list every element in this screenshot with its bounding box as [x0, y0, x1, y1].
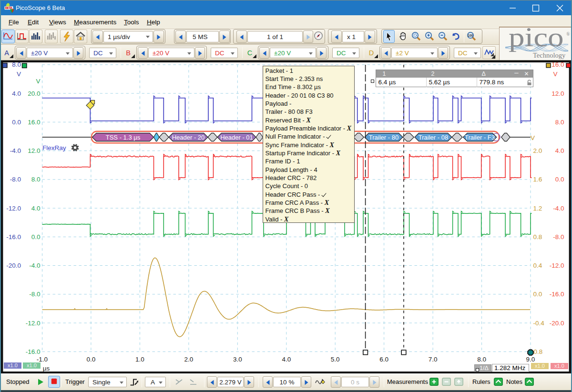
svg-text:-16.0: -16.0	[550, 291, 564, 298]
svg-text:0.0: 0.0	[31, 233, 41, 241]
svg-text:0.0: 0.0	[87, 356, 96, 363]
svg-text:-20.0: -20.0	[6, 262, 21, 269]
svg-text:-12.0: -12.0	[6, 205, 21, 212]
svg-text:Header - 20: Header - 20	[172, 134, 205, 141]
svg-text:µs: µs	[43, 365, 50, 372]
svg-text:4.0: 4.0	[31, 205, 41, 212]
svg-text:-4.0: -4.0	[553, 205, 564, 212]
svg-text:2.0: 2.0	[533, 147, 542, 154]
svg-text:TSS - 1.3 µs: TSS - 1.3 µs	[106, 134, 141, 141]
svg-text:7.0: 7.0	[429, 356, 438, 363]
svg-text:V: V	[553, 70, 557, 78]
svg-text:2.0: 2.0	[184, 356, 194, 363]
svg-text:Technology: Technology	[533, 51, 566, 59]
svg-text:0.0: 0.0	[533, 291, 542, 298]
svg-text:1.6: 1.6	[533, 176, 542, 183]
svg-text:6.0: 6.0	[379, 356, 388, 363]
svg-text:-12.0: -12.0	[550, 262, 564, 269]
svg-text:0.0: 0.0	[12, 119, 21, 126]
svg-text:100: 100	[468, 34, 473, 37]
svg-text:9.0: 9.0	[526, 356, 535, 363]
svg-text:-4.0: -4.0	[29, 262, 40, 269]
svg-text:8.0: 8.0	[12, 61, 21, 68]
svg-text:®: ®	[566, 31, 570, 37]
svg-text:-16.0: -16.0	[26, 348, 41, 355]
svg-text:4.0: 4.0	[12, 90, 21, 97]
svg-text:8.0: 8.0	[477, 356, 486, 363]
svg-text:1.2: 1.2	[533, 205, 542, 212]
svg-text:0.0: 0.0	[555, 176, 564, 183]
svg-text:Trailer - F3: Trailer - F3	[465, 134, 495, 141]
svg-text:FlexRay: FlexRay	[42, 144, 66, 151]
svg-text:0.4: 0.4	[533, 262, 542, 269]
svg-text:-8.0: -8.0	[10, 176, 21, 183]
svg-text:Trailer - 80: Trailer - 80	[369, 134, 398, 141]
svg-text:3.0: 3.0	[233, 356, 242, 363]
svg-text:16.0: 16.0	[552, 61, 564, 68]
svg-text:V: V	[17, 70, 21, 78]
svg-text:Trailer - 08: Trailer - 08	[419, 134, 448, 141]
svg-text:V: V	[531, 134, 535, 141]
svg-text:4.0: 4.0	[555, 147, 564, 154]
svg-text:-8.0: -8.0	[29, 291, 40, 298]
svg-text:4.0: 4.0	[282, 356, 291, 363]
svg-text:-20.0: -20.0	[550, 320, 564, 327]
svg-text:20.0: 20.0	[28, 90, 40, 97]
svg-text:Header - 01: Header - 01	[220, 134, 253, 141]
svg-text:pico: pico	[509, 27, 564, 52]
svg-text:-8.0: -8.0	[553, 233, 564, 241]
svg-text:-1.0: -1.0	[37, 356, 48, 363]
svg-text:12.0: 12.0	[28, 147, 40, 154]
svg-text:16.0: 16.0	[28, 119, 40, 126]
svg-text:12.0: 12.0	[552, 90, 564, 97]
svg-text:-16.0: -16.0	[6, 233, 21, 241]
svg-text:-0.4: -0.4	[533, 320, 545, 327]
svg-text:-4.0: -4.0	[10, 147, 21, 154]
svg-text:1.0: 1.0	[135, 356, 144, 363]
svg-text:8.0: 8.0	[555, 119, 564, 126]
svg-text:5.0: 5.0	[331, 356, 340, 363]
svg-text:V: V	[36, 78, 40, 85]
svg-text:8.0: 8.0	[31, 176, 41, 183]
svg-text:-12.0: -12.0	[26, 320, 41, 327]
svg-text:0.8: 0.8	[533, 233, 542, 241]
